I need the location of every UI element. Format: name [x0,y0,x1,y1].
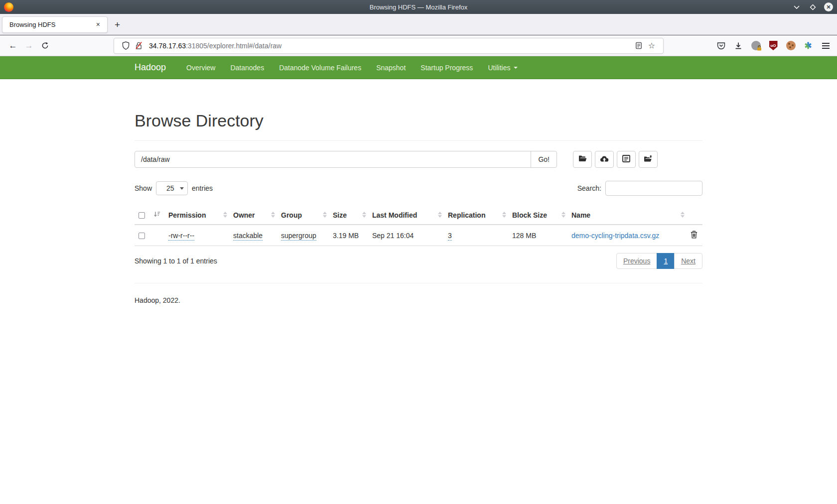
sort-arrows-icon [223,212,227,218]
tracking-protection-shield-icon[interactable] [119,39,132,52]
sort-arrows-icon [438,212,442,218]
hadoop-navbar: Hadoop Overview Datanodes Datanode Volum… [0,56,837,79]
menu-hamburger-icon[interactable] [819,38,832,53]
upload-files-button[interactable] [595,151,614,168]
forward-button[interactable]: → [21,38,37,53]
column-header-block-size[interactable]: Block Size [508,207,567,225]
extension-asterisk-icon[interactable]: ✱ [802,38,815,53]
window-minimize-button[interactable] [792,2,801,11]
chevron-down-icon [514,67,518,69]
url-bar[interactable]: 34.78.17.63:31805/explorer.html#/data/ra… [114,38,664,54]
window-titlebar: Browsing HDFS — Mozilla Firefox ✕ [0,0,837,14]
replication-value[interactable]: 3 [448,232,452,241]
hadoop-brand[interactable]: Hadoop [135,62,166,73]
page-size-select[interactable]: 25 [156,181,188,195]
browser-toolbar: ← → 34.78.17.63:31805/explorer.html#/dat… [0,35,837,56]
divider [135,140,702,141]
upload-cloud-icon [600,155,609,164]
tab-title: Browsing HDFS [9,21,94,28]
column-header-group[interactable]: Group [277,207,329,225]
group-value[interactable]: supergroup [281,232,316,241]
folder-open-icon [578,155,587,164]
sort-arrows-icon [502,212,506,218]
url-path: :31805/explorer.html#/data/raw [186,42,281,50]
table-header-row: Permission Owner Group Size Last Modifie… [135,207,702,225]
size-value: 3.19 MB [333,232,359,240]
column-header-permission[interactable]: Permission [164,207,229,225]
pagination-next[interactable]: Next [674,253,702,269]
directory-path-input[interactable] [135,151,531,168]
search-input[interactable] [605,181,702,196]
entries-summary: Showing 1 to 1 of 1 entries [135,257,217,265]
reload-button[interactable] [37,38,53,53]
directory-table: Permission Owner Group Size Last Modifie… [135,207,702,246]
search-label: Search: [577,184,601,192]
block-size-value: 128 MB [512,232,536,240]
actions-header [687,207,702,225]
site-footer: Hadoop, 2022. [135,296,702,304]
column-header-name[interactable]: Name [567,207,687,225]
sort-arrows-icon [362,212,366,218]
sort-arrows-icon [681,212,685,218]
reader-mode-icon[interactable] [632,39,645,52]
pocket-icon[interactable] [714,38,727,53]
nav-item-datanode-volume-failures[interactable]: Datanode Volume Failures [272,64,369,72]
folder-move-icon [644,155,653,164]
column-header-last-modified[interactable]: Last Modified [368,207,444,225]
extension-privacy-icon[interactable] [749,38,762,53]
page-title: Browse Directory [135,111,702,130]
downloads-icon[interactable] [732,38,745,53]
bookmark-star-icon[interactable]: ☆ [645,39,658,52]
sort-arrows-icon [561,212,565,218]
tab-close-icon[interactable]: × [94,20,102,28]
sort-arrows-icon [323,212,327,218]
sort-amount-asc-icon [153,211,160,219]
firefox-logo-icon [4,2,13,12]
tab-bar: Browsing HDFS × + [0,14,837,35]
sort-arrows-icon [271,212,275,218]
column-header-owner[interactable]: Owner [229,207,277,225]
footer-divider [135,283,702,283]
show-label: Show [135,184,152,192]
create-directory-button[interactable] [573,151,592,168]
url-host: 34.78.17.63 [149,42,186,50]
back-button[interactable]: ← [5,38,21,53]
nav-item-utilities[interactable]: Utilities [480,64,525,72]
tab-browsing-hdfs[interactable]: Browsing HDFS × [2,16,108,33]
sort-order-header[interactable] [149,207,164,225]
window-maximize-button[interactable] [808,2,817,11]
pagination: Previous 1 Next [616,253,702,269]
column-header-size[interactable]: Size [329,207,368,225]
url-text[interactable]: 34.78.17.63:31805/explorer.html#/data/ra… [149,42,632,50]
list-alt-icon [622,155,630,164]
file-link[interactable]: demo-cycling-tripdata.csv.gz [571,232,659,240]
pagination-page-1[interactable]: 1 [657,253,675,269]
ublock-origin-icon[interactable]: uO [767,38,780,53]
column-header-replication[interactable]: Replication [444,207,508,225]
table-row: -rw-r--r-- stackable supergroup 3.19 MB … [135,225,702,246]
entries-label: entries [192,184,213,192]
cut-paste-button[interactable] [639,151,658,168]
cookie-extension-icon[interactable] [784,38,797,53]
nav-item-overview[interactable]: Overview [179,64,223,72]
nav-item-snapshot[interactable]: Snapshot [369,64,413,72]
trash-icon[interactable] [691,232,698,240]
new-tab-button[interactable]: + [115,20,120,29]
select-all-header [135,207,149,225]
window-title: Browsing HDFS — Mozilla Firefox [0,3,837,11]
pagination-previous[interactable]: Previous [616,253,657,269]
window-close-button[interactable]: ✕ [824,2,833,11]
owner-value[interactable]: stackable [233,232,263,241]
select-all-checkbox[interactable] [139,212,145,219]
page-size-select-wrap: 25 [156,181,188,195]
nav-item-startup-progress[interactable]: Startup Progress [413,64,480,72]
permission-value[interactable]: -rw-r--r-- [168,232,194,241]
row-checkbox[interactable] [139,233,145,239]
insecure-lock-icon[interactable] [132,39,145,52]
file-info-button[interactable] [617,151,636,168]
nav-item-datanodes[interactable]: Datanodes [223,64,272,72]
last-modified-value: Sep 21 16:04 [372,232,414,240]
go-button[interactable]: Go! [531,151,557,168]
